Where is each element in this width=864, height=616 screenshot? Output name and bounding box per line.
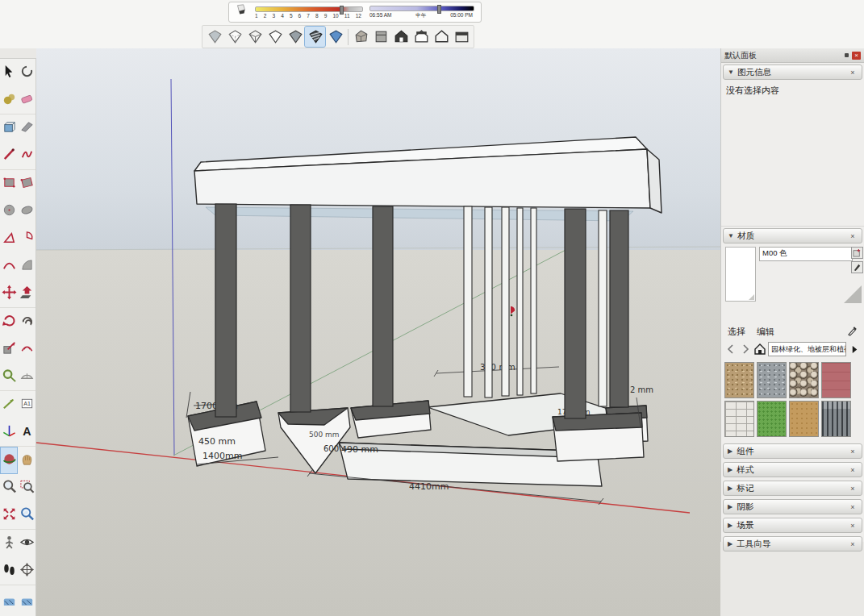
section-close-icon[interactable]: × xyxy=(848,503,858,511)
materials-header[interactable]: ▼ 材质 × xyxy=(723,228,862,243)
material-swatch-grass[interactable] xyxy=(757,401,787,437)
tool-rotate[interactable] xyxy=(0,308,18,335)
tool-previous[interactable] xyxy=(18,502,35,529)
tool-polygon[interactable] xyxy=(0,225,18,252)
tool-zoom-extents[interactable] xyxy=(0,502,18,529)
front-view-button[interactable] xyxy=(391,27,411,47)
section-close-icon[interactable]: × xyxy=(848,466,858,474)
material-swatch-rose[interactable] xyxy=(821,362,851,398)
material-swatch-rocks[interactable] xyxy=(789,362,819,398)
tool-eraser[interactable] xyxy=(18,86,35,114)
face-style-monochrome-button[interactable] xyxy=(325,27,345,47)
date-slider-track[interactable] xyxy=(255,6,363,12)
material-name-field[interactable]: M00 色 xyxy=(759,247,853,261)
section-close-icon[interactable]: × xyxy=(848,447,858,456)
shadow-date-slider[interactable]: 123456789101112 xyxy=(255,6,363,19)
tool-arc[interactable] xyxy=(0,252,18,280)
tool-paint-bucket[interactable] xyxy=(0,86,18,114)
face-style-shaded-button[interactable] xyxy=(285,27,305,47)
tab-select[interactable]: 选择 xyxy=(728,326,745,338)
panel-section-组件[interactable]: ▶组件× xyxy=(723,443,862,459)
forward-arrow-icon[interactable] xyxy=(739,343,751,356)
material-swatch-gravel-gray[interactable] xyxy=(757,362,787,398)
tool-chisel[interactable] xyxy=(18,114,35,142)
tool-pie[interactable] xyxy=(18,225,35,252)
materials-close-icon[interactable]: × xyxy=(848,232,858,240)
tool-text[interactable]: A1 xyxy=(18,391,35,418)
tool-axes[interactable] xyxy=(0,418,18,446)
time-slider-handle[interactable] xyxy=(437,5,441,14)
pin-icon[interactable] xyxy=(845,53,849,57)
tool-zoom[interactable] xyxy=(0,474,18,502)
create-material-button[interactable] xyxy=(851,247,863,259)
panel-section-样式[interactable]: ▶样式× xyxy=(723,462,862,477)
tool-make-component[interactable] xyxy=(18,59,35,86)
tool-position-camera[interactable] xyxy=(0,530,18,557)
tool-push-pull[interactable] xyxy=(18,280,35,307)
top-view-button[interactable] xyxy=(371,27,391,47)
tool-dimension[interactable] xyxy=(0,391,18,418)
tool-circle[interactable] xyxy=(0,198,18,225)
tool-protractor[interactable] xyxy=(18,363,35,390)
left-view-button[interactable] xyxy=(452,27,472,47)
tool-rotated-rectangle[interactable] xyxy=(18,170,35,198)
paint-details-button[interactable] xyxy=(851,261,863,273)
panel-section-标记[interactable]: ▶标记× xyxy=(723,481,862,496)
material-swatch-fence[interactable] xyxy=(821,401,851,437)
material-swatch-gravel-tan[interactable] xyxy=(724,362,754,398)
face-style-back-edges-button[interactable] xyxy=(224,27,244,47)
shadow-toggle-icon[interactable] xyxy=(234,3,248,21)
tool-surface-arc[interactable] xyxy=(18,252,35,280)
tool-offset[interactable] xyxy=(18,335,35,363)
tool-select[interactable] xyxy=(0,59,18,86)
material-swatch-pavers[interactable] xyxy=(724,401,754,437)
tool-extra-tool-b[interactable] xyxy=(18,585,35,613)
section-close-icon[interactable]: × xyxy=(848,522,858,530)
material-swatch-sand[interactable] xyxy=(789,401,819,437)
tool-section-plane[interactable] xyxy=(18,557,35,585)
tool-line[interactable] xyxy=(0,142,18,169)
panel-section-场景[interactable]: ▶场景× xyxy=(723,518,862,533)
viewport-canvas[interactable]: 1700 mm 450 mm 1400mm 500 mm 600 490 mm … xyxy=(36,48,720,616)
back-arrow-icon[interactable] xyxy=(724,343,737,356)
entity-info-close-icon[interactable]: × xyxy=(848,69,858,77)
iso-view-button[interactable] xyxy=(351,27,371,47)
date-slider-handle[interactable] xyxy=(340,6,344,15)
material-category-dropdown[interactable]: 园林绿化、地被层和植被 ∨ xyxy=(768,342,846,356)
tool-follow-me[interactable] xyxy=(18,308,35,335)
back-view-button[interactable] xyxy=(432,27,452,47)
tray-titlebar[interactable]: 默认面板 × xyxy=(721,48,864,63)
shadow-time-slider[interactable]: 06:55 AM中午05:00 PM xyxy=(369,6,474,19)
tool-orbit[interactable] xyxy=(0,447,18,474)
section-close-icon[interactable]: × xyxy=(848,540,858,548)
face-style-shaded-textures-button[interactable] xyxy=(305,27,325,47)
tray-close-button[interactable]: × xyxy=(852,52,861,60)
sample-paint-eyedropper-icon[interactable] xyxy=(847,326,858,338)
details-arrow-icon[interactable] xyxy=(849,343,861,356)
tool-zoom-window[interactable] xyxy=(18,474,35,502)
tool-scale[interactable] xyxy=(0,335,18,363)
panel-section-工具向导[interactable]: ▶工具向导× xyxy=(723,536,862,551)
material-preview-thumbnail[interactable] xyxy=(725,247,756,302)
entity-info-header[interactable]: ▼ 图元信息 × xyxy=(723,65,862,80)
tool-textured-cube[interactable] xyxy=(0,114,18,142)
tool-3d-text[interactable]: A xyxy=(18,418,35,446)
right-view-button[interactable] xyxy=(411,27,432,47)
model-viewport[interactable]: 1700 mm 450 mm 1400mm 500 mm 600 490 mm … xyxy=(36,48,720,616)
panel-section-阴影[interactable]: ▶阴影× xyxy=(723,499,862,514)
tool-ellipse[interactable] xyxy=(18,198,35,225)
tool-walk[interactable] xyxy=(0,557,18,585)
tool-extra-tool-a[interactable] xyxy=(0,585,18,613)
home-icon[interactable] xyxy=(753,343,766,356)
tool-move[interactable] xyxy=(0,280,18,307)
tool-tape-measure[interactable] xyxy=(0,363,18,390)
face-style-hidden-line-button[interactable] xyxy=(265,27,285,47)
tool-pan[interactable] xyxy=(18,447,35,474)
tool-freehand[interactable] xyxy=(18,142,35,169)
face-style-wireframe-button[interactable] xyxy=(244,27,265,47)
tool-rectangle[interactable] xyxy=(0,170,18,198)
face-style-xray-button[interactable] xyxy=(204,27,224,47)
tab-edit[interactable]: 编辑 xyxy=(757,326,774,338)
tool-look-around[interactable] xyxy=(18,530,35,557)
time-slider-track[interactable] xyxy=(369,6,474,11)
